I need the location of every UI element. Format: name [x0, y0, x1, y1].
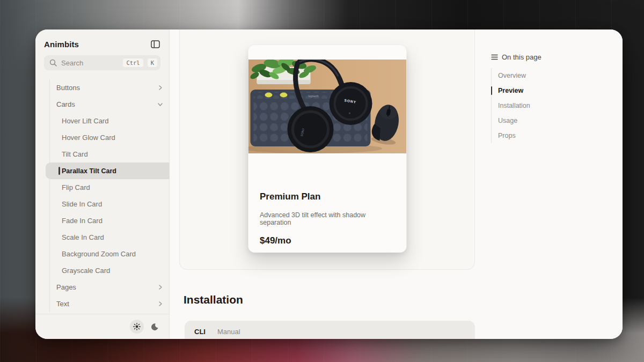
toc-item-overview[interactable]: Overview: [492, 68, 577, 83]
search-input[interactable]: Search Ctrl K: [44, 55, 160, 70]
toc-header: On this page: [491, 53, 577, 61]
sidebar-item-hover-lift-card[interactable]: Hover Lift Card: [50, 113, 169, 129]
chevron-down-icon: [158, 102, 163, 107]
parallax-tilt-demo-card[interactable]: logitech: [248, 45, 406, 253]
sidebar-item-hover-glow-card[interactable]: Hover Glow Card: [50, 129, 169, 146]
install-tabs: CLI Manual: [194, 328, 465, 339]
sidebar-item-fade-in-card[interactable]: Fade In Card: [50, 212, 169, 229]
sidebar-item-cards[interactable]: Cards: [50, 96, 169, 113]
sidebar-item-buttons[interactable]: Buttons: [50, 79, 169, 96]
dark-theme-button[interactable]: [148, 320, 162, 334]
sidebar-item-slide-in-card[interactable]: Slide In Card: [50, 196, 169, 212]
sidebar-item-pages[interactable]: Pages: [50, 279, 169, 295]
toc-active-indicator: [491, 86, 493, 95]
search-icon: [49, 59, 57, 67]
brand-title: Animbits: [44, 40, 79, 49]
svg-text:logitech: logitech: [308, 94, 318, 98]
shortcut-key-k: K: [148, 58, 157, 67]
sun-icon: [133, 323, 141, 330]
sidebar-item-tilt-card[interactable]: Tilt Card: [50, 146, 169, 162]
tab-cli[interactable]: CLI: [194, 328, 206, 339]
chevron-right-icon: [158, 301, 163, 306]
toc-item-usage[interactable]: Usage: [492, 113, 577, 128]
product-photo: logitech: [248, 60, 406, 153]
search-placeholder: Search: [61, 59, 119, 67]
table-of-contents: On this page Overview Preview Installati…: [491, 53, 577, 143]
sidebar-item-text[interactable]: Text: [50, 295, 169, 312]
moon-icon: [151, 323, 159, 331]
sidebar: Animbits Search Ctrl K Buttons: [35, 29, 170, 339]
card-title: Premium Plan: [260, 191, 394, 202]
toc-item-installation[interactable]: Installation: [492, 98, 577, 113]
sidebar-item-flip-card[interactable]: Flip Card: [50, 179, 169, 196]
installation-heading: Installation: [184, 293, 243, 306]
sidebar-item-grayscale-card[interactable]: Grayscale Card: [50, 262, 169, 279]
chevron-right-icon: [158, 85, 163, 90]
toc-list: Overview Preview Installation Usage Prop…: [491, 68, 577, 143]
sidebar-header: Animbits: [35, 29, 169, 55]
chevron-right-icon: [158, 285, 163, 290]
card-body: Premium Plan Advanced 3D tilt effect wit…: [248, 153, 406, 246]
sidebar-nav: Buttons Cards Hover Lift Card Hover Glow…: [49, 79, 169, 312]
preview-panel: logitech: [179, 29, 475, 270]
card-price: $49/mo: [260, 235, 394, 246]
sidebar-item-scale-in-card[interactable]: Scale In Card: [50, 229, 169, 246]
main-content: logitech: [170, 29, 623, 339]
card-description: Advanced 3D tilt effect with shadow sepa…: [260, 211, 394, 226]
sidebar-collapse-icon[interactable]: [150, 39, 160, 49]
tab-manual[interactable]: Manual: [217, 328, 240, 339]
shortcut-key-ctrl: Ctrl: [123, 58, 143, 67]
sidebar-footer: [35, 314, 169, 339]
active-indicator: [58, 167, 60, 175]
installation-code-panel: CLI Manual: [185, 321, 475, 339]
toc-title: On this page: [502, 53, 541, 61]
sidebar-item-parallax-tilt-card[interactable]: Parallax Tilt Card: [46, 162, 173, 179]
toc-item-props[interactable]: Props: [492, 128, 577, 143]
list-icon: [491, 54, 498, 60]
sidebar-item-background-zoom-card[interactable]: Background Zoom Card: [50, 246, 169, 262]
app-window: Animbits Search Ctrl K Buttons: [35, 29, 623, 339]
toc-item-preview[interactable]: Preview: [492, 83, 577, 98]
light-theme-button[interactable]: [130, 320, 144, 334]
